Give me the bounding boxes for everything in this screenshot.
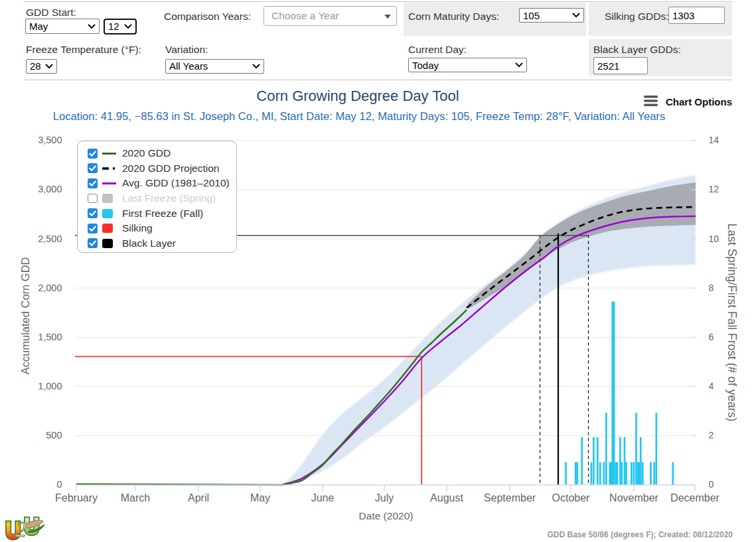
svg-text:February: February	[55, 492, 98, 504]
svg-text:GDD Base 50/86 (degrees F); Cr: GDD Base 50/86 (degrees F); Created: 08/…	[548, 530, 733, 539]
svg-text:14: 14	[709, 135, 719, 145]
svg-text:8: 8	[709, 283, 714, 293]
svg-text:November: November	[609, 492, 658, 504]
svg-text:1,500: 1,500	[38, 332, 62, 342]
svg-text:March: March	[121, 492, 150, 504]
svg-text:500: 500	[46, 430, 62, 440]
svg-text:Date (2020): Date (2020)	[359, 510, 414, 521]
svg-text:1,000: 1,000	[38, 381, 62, 391]
svg-text:12: 12	[709, 184, 719, 194]
svg-text:0: 0	[709, 479, 714, 490]
svg-text:Last Spring/First Fall Frost (: Last Spring/First Fall Frost (# of years…	[725, 224, 739, 422]
svg-text:September: September	[484, 492, 536, 504]
svg-text:Chart Options: Chart Options	[666, 96, 732, 107]
svg-text:2: 2	[15, 517, 27, 541]
svg-text:3,500: 3,500	[38, 135, 62, 145]
svg-text:10: 10	[709, 234, 719, 244]
svg-text:6: 6	[709, 332, 714, 342]
svg-text:Accumulated Corn GDD: Accumulated Corn GDD	[19, 257, 31, 374]
svg-text:August: August	[430, 492, 463, 504]
svg-text:October: October	[552, 492, 591, 504]
svg-text:April: April	[188, 492, 209, 504]
svg-text:2,500: 2,500	[38, 234, 62, 244]
svg-text:0: 0	[56, 479, 62, 490]
svg-text:May: May	[250, 492, 270, 504]
svg-text:December: December	[670, 492, 719, 504]
svg-text:July: July	[375, 492, 394, 504]
svg-text:4: 4	[709, 381, 714, 391]
svg-text:Corn Growing Degree Day Tool: Corn Growing Degree Day Tool	[256, 88, 459, 104]
svg-text:Location: 41.95, −85.63 in St.: Location: 41.95, −85.63 in St. Joseph Co…	[53, 110, 665, 123]
svg-text:2: 2	[709, 430, 714, 440]
svg-text:2,000: 2,000	[38, 283, 62, 293]
svg-text:June: June	[311, 492, 335, 504]
svg-text:3,000: 3,000	[38, 184, 62, 194]
